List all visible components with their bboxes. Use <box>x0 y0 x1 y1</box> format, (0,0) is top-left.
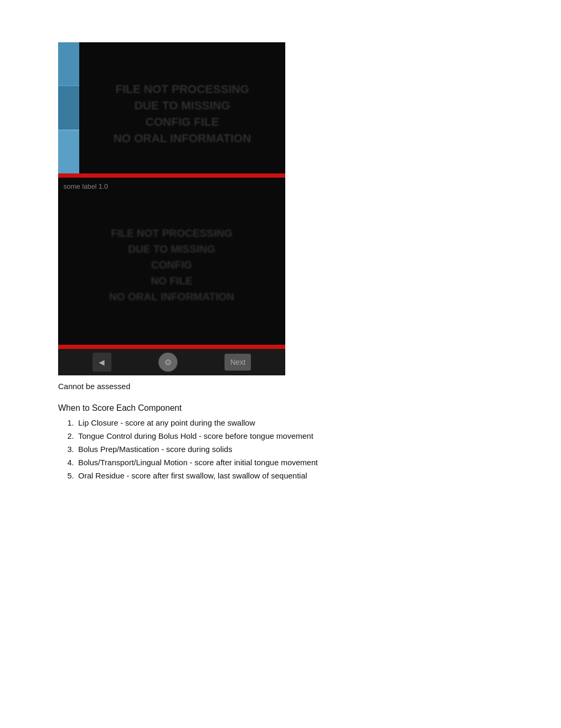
list-label-5: Oral Residue <box>78 471 125 480</box>
list-label-3: Bolus Prep/Mastication <box>78 445 159 454</box>
video-frame-2: FILE NOT PROCESSING DUE TO MISSING CONFI… <box>58 196 285 375</box>
red-progress-bar-2 <box>58 345 285 349</box>
side-thumbnail-strip <box>58 42 79 173</box>
video-frame-1: FILE NOT PROCESSING DUE TO MISSING CONFI… <box>58 42 285 196</box>
next-icon: Next <box>230 358 246 366</box>
list-number-1: 1. <box>58 418 74 427</box>
list-score-5: - score after first swallow, last swallo… <box>127 471 307 480</box>
thumb-item-2 <box>58 86 79 129</box>
list-score-4: - score after initial tongue movement <box>190 458 318 467</box>
settings-button[interactable]: ⚙ <box>158 353 177 372</box>
thumb-item-3 <box>58 131 79 173</box>
score-list: 1. Lip Closure - score at any point duri… <box>58 418 503 480</box>
images-section: FILE NOT PROCESSING DUE TO MISSING CONFI… <box>58 42 285 375</box>
list-label-1: Lip Closure <box>78 418 118 427</box>
list-score-3: - score during solids <box>161 445 232 454</box>
list-item: 2. Tongue Control during Bolus Hold - sc… <box>58 431 503 440</box>
list-number-2: 2. <box>58 431 74 440</box>
when-to-score-section: When to Score Each Component 1. Lip Clos… <box>58 403 503 480</box>
list-label-4: Bolus/Transport/Lingual Motion <box>78 458 188 467</box>
list-item: 3. Bolus Prep/Mastication - score during… <box>58 445 503 454</box>
list-item: 4. Bolus/Transport/Lingual Motion - scor… <box>58 458 503 467</box>
list-score-2: - score before tongue movement <box>199 431 313 440</box>
video-bottom-label-1: some label 1.0 <box>63 182 108 190</box>
video-bottom-bar-1: some label 1.0 <box>58 178 285 196</box>
next-button[interactable]: Next <box>225 354 251 371</box>
list-item: 1. Lip Closure - score at any point duri… <box>58 418 503 427</box>
list-score-1: - score at any point during the swallow <box>120 418 255 427</box>
prev-button[interactable]: ◀ <box>92 353 111 372</box>
video-controls-bar: ◀ ⚙ Next <box>58 349 285 375</box>
cannot-be-assessed-text: Cannot be assessed <box>58 382 503 391</box>
list-number-5: 5. <box>58 471 74 480</box>
list-label-2: Tongue Control during Bolus Hold <box>78 431 197 440</box>
list-item: 5. Oral Residue - score after first swal… <box>58 471 503 480</box>
when-to-score-title: When to Score Each Component <box>58 403 503 413</box>
list-number-3: 3. <box>58 445 74 454</box>
red-progress-bar-1 <box>58 173 285 178</box>
main-video-area-2: FILE NOT PROCESSING DUE TO MISSING CONFI… <box>58 196 285 345</box>
video-overlay-text-1: FILE NOT PROCESSING DUE TO MISSING CONFI… <box>90 81 275 146</box>
main-video-area-1: FILE NOT PROCESSING DUE TO MISSING CONFI… <box>79 42 285 173</box>
list-number-4: 4. <box>58 458 74 467</box>
settings-icon: ⚙ <box>164 357 172 367</box>
page-container: FILE NOT PROCESSING DUE TO MISSING CONFI… <box>0 0 561 527</box>
video-overlay-text-2: FILE NOT PROCESSING DUE TO MISSING CONFI… <box>70 225 274 305</box>
video-frame-top-1: FILE NOT PROCESSING DUE TO MISSING CONFI… <box>58 42 285 173</box>
thumb-item-1 <box>58 42 79 85</box>
prev-icon: ◀ <box>99 358 105 366</box>
